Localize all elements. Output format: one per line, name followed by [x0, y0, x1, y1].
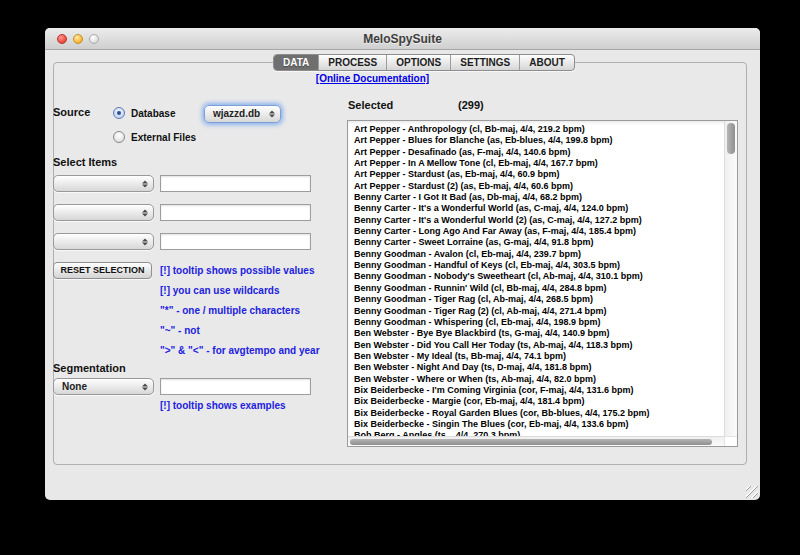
select-item-dropdown-1[interactable] — [53, 175, 154, 192]
radio-database-label: Database — [131, 108, 175, 119]
list-item[interactable]: Ben Webster - Bye Bye Blackbird (ts, G-m… — [354, 328, 724, 339]
segmentation-label: Segmentation — [53, 362, 126, 374]
reset-selection-button[interactable]: RESET SELECTION — [53, 262, 152, 279]
horizontal-scrollbar-thumb[interactable] — [350, 439, 712, 445]
list-item[interactable]: Benny Carter - It's a Wonderful World (a… — [354, 203, 724, 214]
database-select-value: wjazzd.db — [213, 108, 260, 119]
list-item[interactable]: Ben Webster - Night And Day (ts, D-maj, … — [354, 362, 724, 373]
select-item-dropdown-2[interactable] — [53, 204, 154, 221]
database-select[interactable]: wjazzd.db — [204, 105, 281, 123]
dropdown-stepper-icon — [141, 208, 148, 217]
selected-list-rows: Art Pepper - Anthropology (cl, Bb-maj, 4… — [348, 121, 724, 436]
app-window: MeloSpySuite DATAPROCESSOPTIONSSETTINGSA… — [45, 28, 760, 500]
list-item[interactable]: Benny Goodman - Nobody's Sweetheart (cl,… — [354, 271, 724, 282]
list-item[interactable]: Bix Beiderbecke - I'm Coming Virginia (c… — [354, 385, 724, 396]
selected-list-count: (299) — [458, 99, 484, 111]
list-item[interactable]: Bix Beiderbecke - Singin The Blues (cor,… — [354, 419, 724, 430]
online-documentation-link[interactable]: [Online Documentation] — [45, 73, 700, 84]
list-item[interactable]: Benny Goodman - Tiger Rag (cl, Ab-maj, 4… — [354, 294, 724, 305]
scrollbar-corner — [724, 436, 737, 446]
tab-process[interactable]: PROCESS — [318, 55, 386, 70]
selected-listbox[interactable]: Art Pepper - Anthropology (cl, Bb-maj, 4… — [347, 120, 738, 447]
list-item[interactable]: Art Pepper - In A Mellow Tone (cl, Eb-ma… — [354, 158, 724, 169]
source-label: Source — [53, 106, 90, 118]
select-item-input-2[interactable] — [160, 204, 311, 221]
list-item[interactable]: Bix Beiderbecke - Royal Garden Blues (co… — [354, 408, 724, 419]
select-items-label: Select Items — [53, 156, 117, 168]
select-item-input-1[interactable] — [160, 175, 311, 192]
tab-about[interactable]: ABOUT — [519, 55, 574, 70]
hint-line: "*" - one / multiple characters — [160, 305, 300, 316]
dropdown-stepper-icon — [141, 179, 148, 188]
resize-grip-icon[interactable] — [746, 486, 758, 498]
list-item[interactable]: Ben Webster - Where or When (ts, Ab-maj,… — [354, 374, 724, 385]
list-item[interactable]: Benny Goodman - Tiger Rag (2) (cl, Ab-ma… — [354, 306, 724, 317]
segmentation-input[interactable] — [160, 378, 311, 395]
segmentation-select-value: None — [62, 381, 87, 392]
list-item[interactable]: Art Pepper - Anthropology (cl, Bb-maj, 4… — [354, 124, 724, 135]
list-item[interactable]: Benny Goodman - Whispering (cl, Eb-maj, … — [354, 317, 724, 328]
segmentation-select[interactable]: None — [53, 378, 154, 395]
list-item[interactable]: Art Pepper - Stardust (2) (as, Eb-maj, 4… — [354, 181, 724, 192]
list-item[interactable]: Ben Webster - My Ideal (ts, Bb-maj, 4/4,… — [354, 351, 724, 362]
hint-line: "~" - not — [160, 325, 200, 336]
hint-line: [!] tooltip shows possible values — [160, 265, 314, 276]
list-item[interactable]: Ben Webster - Did You Call Her Today (ts… — [354, 340, 724, 351]
list-item[interactable]: Benny Goodman - Handful of Keys (cl, Eb-… — [354, 260, 724, 271]
vertical-scrollbar-thumb[interactable] — [727, 123, 735, 154]
select-item-input-3[interactable] — [160, 233, 311, 250]
select-item-dropdown-3[interactable] — [53, 233, 154, 250]
tab-bar: DATAPROCESSOPTIONSSETTINGSABOUT — [273, 54, 575, 71]
titlebar[interactable]: MeloSpySuite — [45, 28, 760, 50]
radio-database[interactable]: Database — [113, 107, 175, 119]
radio-external-files-label: External Files — [131, 132, 196, 143]
radio-button-icon[interactable] — [113, 131, 125, 143]
vertical-scrollbar[interactable] — [724, 121, 737, 436]
list-item[interactable]: Benny Carter - It's a Wonderful World (2… — [354, 215, 724, 226]
tab-options[interactable]: OPTIONS — [386, 55, 450, 70]
list-item[interactable]: Bix Beiderbecke - Margie (cor, Eb-maj, 4… — [354, 396, 724, 407]
list-item[interactable]: Art Pepper - Stardust (as, Eb-maj, 4/4, … — [354, 169, 724, 180]
dropdown-stepper-icon — [141, 382, 148, 391]
list-item[interactable]: Art Pepper - Blues for Blanche (as, Eb-b… — [354, 135, 724, 146]
dropdown-stepper-icon — [141, 237, 148, 246]
list-item[interactable]: Art Pepper - Desafinado (as, F-maj, 4/4,… — [354, 147, 724, 158]
radio-external-files[interactable]: External Files — [113, 131, 196, 143]
dropdown-stepper-icon — [268, 110, 275, 119]
window-title: MeloSpySuite — [45, 32, 760, 46]
hint-line: [!] you can use wildcards — [160, 285, 279, 296]
tab-settings[interactable]: SETTINGS — [450, 55, 519, 70]
segmentation-hint: [!] tooltip shows examples — [160, 400, 286, 411]
tab-data[interactable]: DATA — [274, 55, 318, 70]
selected-list-label: Selected — [348, 99, 393, 111]
list-item[interactable]: Benny Carter - I Got It Bad (as, Db-maj,… — [354, 192, 724, 203]
horizontal-scrollbar[interactable] — [348, 436, 724, 446]
hint-line: ">" & "<" - for avgtempo and year — [160, 345, 320, 356]
list-item[interactable]: Benny Goodman - Avalon (cl, Eb-maj, 4/4,… — [354, 249, 724, 260]
list-item[interactable]: Benny Goodman - Runnin' Wild (cl, Bb-maj… — [354, 283, 724, 294]
radio-button-icon[interactable] — [113, 107, 125, 119]
list-item[interactable]: Benny Carter - Sweet Lorraine (as, G-maj… — [354, 237, 724, 248]
list-item[interactable]: Benny Carter - Long Ago And Far Away (as… — [354, 226, 724, 237]
